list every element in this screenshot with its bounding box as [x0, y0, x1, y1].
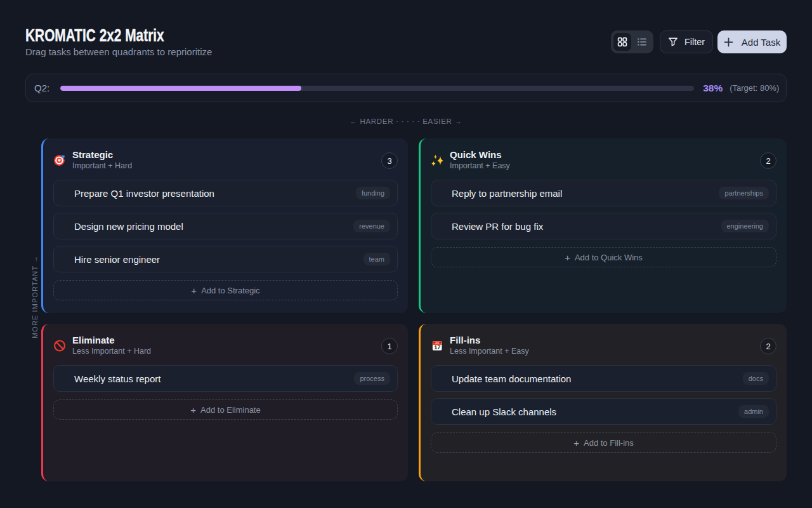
svg-text:17: 17	[434, 344, 440, 351]
